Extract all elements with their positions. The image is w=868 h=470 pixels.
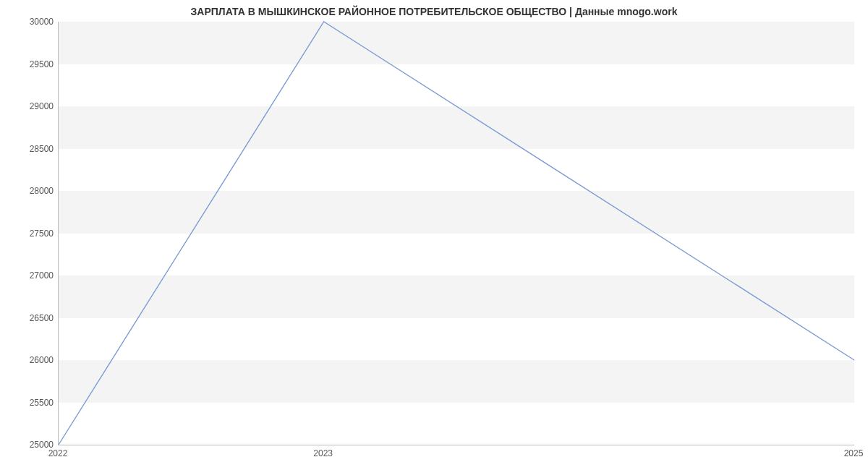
series-line [59, 22, 854, 445]
y-tick-label: 26500 [10, 313, 54, 323]
line-chart: ЗАРПЛАТА В МЫШКИНСКОЕ РАЙОННОЕ ПОТРЕБИТЕ… [0, 0, 868, 470]
y-tick-label: 25000 [10, 440, 54, 450]
y-tick-label: 29000 [10, 101, 54, 111]
y-tick-label: 27500 [10, 228, 54, 239]
chart-title: ЗАРПЛАТА В МЫШКИНСКОЕ РАЙОННОЕ ПОТРЕБИТЕ… [0, 6, 868, 17]
y-tick-label: 26000 [10, 355, 54, 365]
x-tick-label: 2022 [48, 448, 68, 458]
y-tick-label: 29500 [10, 59, 54, 69]
y-tick-label: 25500 [10, 398, 54, 408]
plot-area [58, 22, 854, 445]
y-tick-label: 28000 [10, 186, 54, 196]
x-tick-label: 2025 [844, 448, 864, 458]
y-tick-label: 28500 [10, 144, 54, 154]
y-tick-label: 30000 [10, 17, 54, 27]
line-layer [59, 22, 854, 445]
y-tick-label: 27000 [10, 270, 54, 281]
x-tick-label: 2023 [313, 448, 333, 458]
